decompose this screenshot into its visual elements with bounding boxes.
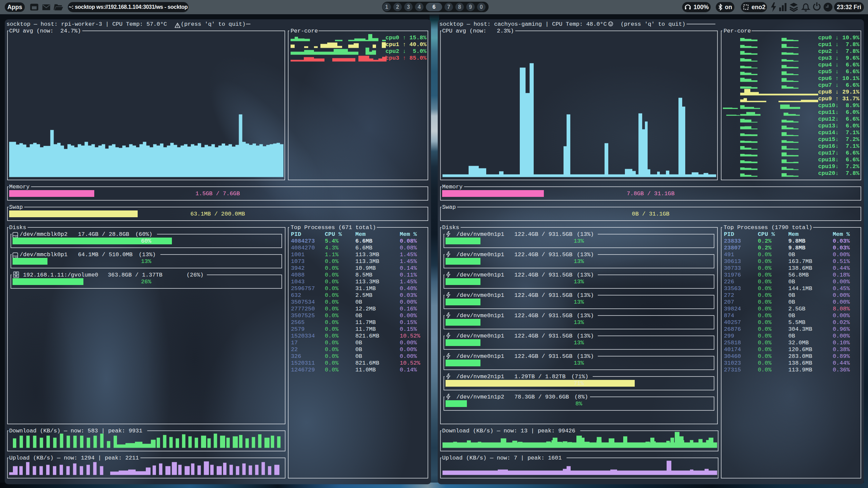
- svg-text:0.0%: 0.0%: [758, 326, 772, 332]
- svg-text:0.0%: 0.0%: [325, 312, 339, 319]
- svg-text:9.8MB: 9.8MB: [788, 245, 805, 251]
- svg-text:0.2%: 0.2%: [758, 238, 772, 244]
- svg-text:31.7%: 31.7%: [842, 96, 860, 102]
- svg-text:Download (KB/s) — now: 583 | p: Download (KB/s) — now: 583 | peak: 9931: [9, 428, 142, 434]
- svg-text:39824: 39824: [724, 306, 741, 312]
- svg-text:7.1%: 7.1%: [846, 129, 860, 136]
- svg-text:0.44%: 0.44%: [833, 360, 850, 366]
- svg-text:11.0MB: 11.0MB: [355, 367, 376, 373]
- svg-text:cpu1 ↓: cpu1 ↓: [818, 41, 839, 48]
- svg-text:7.2%: 7.2%: [846, 163, 860, 170]
- svg-text:1.1%: 1.1%: [325, 251, 339, 258]
- svg-text:0.0%: 0.0%: [325, 265, 339, 271]
- svg-text:9.6%: 9.6%: [846, 55, 860, 61]
- svg-text:0.03%: 0.03%: [400, 292, 417, 299]
- svg-text:6.6%: 6.6%: [846, 116, 860, 122]
- svg-text:0.00%: 0.00%: [400, 346, 417, 353]
- svg-text:0.0%: 0.0%: [758, 258, 772, 265]
- svg-text:78.3GB / 930.6GB: 78.3GB / 930.6GB: [514, 394, 569, 400]
- svg-text:31023: 31023: [724, 360, 741, 366]
- svg-text:122.4GB / 931.5GB: 122.4GB / 931.5GB: [514, 231, 572, 238]
- svg-text:31.1MB: 31.1MB: [355, 285, 376, 292]
- svg-text:17.4GB / 28.8GB: 17.4GB / 28.8GB: [78, 231, 129, 238]
- svg-text:6.6MB: 6.6MB: [355, 238, 372, 244]
- svg-text:7.8%: 7.8%: [846, 170, 860, 177]
- svg-text:113.9MB: 113.9MB: [788, 367, 812, 373]
- svg-text:Download (KB/s) — now: 13 | pe: Download (KB/s) — now: 13 | peak: 99426: [442, 428, 575, 434]
- svg-text:0.00%: 0.00%: [833, 292, 850, 299]
- svg-text:8%: 8%: [575, 401, 583, 407]
- svg-text:0B: 0B: [788, 333, 795, 339]
- svg-text:cpu2 ↓ 5.0%: cpu2 ↓ 5.0%: [386, 48, 427, 55]
- svg-text:5.4%: 5.4%: [325, 238, 339, 244]
- svg-text:33563: 33563: [724, 285, 741, 292]
- svg-text:6.6%: 6.6%: [846, 82, 860, 88]
- svg-text:PID: PID: [724, 231, 734, 238]
- svg-text:4084273: 4084273: [291, 238, 315, 244]
- svg-text:0.0%: 0.0%: [758, 299, 772, 305]
- svg-text:0.0%: 0.0%: [758, 340, 772, 346]
- svg-text:/dev/nvme0n1p1: /dev/nvme0n1p1: [456, 272, 504, 278]
- svg-text:40257: 40257: [724, 319, 741, 326]
- svg-text:(13%): (13%): [577, 251, 594, 258]
- svg-text:6.6%: 6.6%: [846, 62, 860, 68]
- svg-text:0.10%: 0.10%: [833, 340, 850, 346]
- svg-text:122.4GB / 931.5GB: 122.4GB / 931.5GB: [514, 251, 572, 258]
- svg-text:cpu13↓: cpu13↓: [818, 123, 839, 129]
- svg-text:1520311: 1520311: [291, 360, 315, 366]
- svg-text:1246729: 1246729: [291, 367, 315, 373]
- svg-text:0.0%: 0.0%: [758, 367, 772, 373]
- svg-text:5.5MB: 5.5MB: [788, 319, 805, 326]
- svg-text:60%: 60%: [141, 238, 152, 244]
- svg-text:0.0%: 0.0%: [758, 285, 772, 292]
- svg-text:0.0%: 0.0%: [325, 346, 339, 353]
- svg-text:23833: 23833: [724, 238, 741, 244]
- svg-text:13%: 13%: [574, 279, 584, 285]
- svg-text:113.3MB: 113.3MB: [355, 279, 379, 285]
- svg-text:0.0%: 0.0%: [325, 340, 339, 346]
- svg-text:0.0%: 0.0%: [758, 312, 772, 319]
- svg-text:cpu5 ↓: cpu5 ↓: [818, 68, 839, 75]
- svg-text:122.4GB / 931.5GB: 122.4GB / 931.5GB: [514, 353, 572, 360]
- svg-text:Disks: Disks: [9, 224, 26, 231]
- svg-text:23807: 23807: [724, 245, 741, 251]
- svg-text:Mem: Mem: [788, 231, 798, 238]
- svg-text:0.0%: 0.0%: [325, 299, 339, 305]
- svg-text:3507525: 3507525: [291, 312, 315, 319]
- svg-text:(13%): (13%): [577, 333, 594, 339]
- svg-text:0B: 0B: [355, 340, 362, 346]
- svg-text:cpu1 ↑ 40.0%: cpu1 ↑ 40.0%: [386, 41, 427, 48]
- svg-text:122.4GB / 931.5GB: 122.4GB / 931.5GB: [514, 312, 572, 319]
- svg-text:Upload (KB/s) — now: 7 | peak:: Upload (KB/s) — now: 7 | peak: 1601: [442, 455, 561, 461]
- svg-text:/dev/nvme0n1p1: /dev/nvme0n1p1: [456, 251, 504, 258]
- svg-text:4084270: 4084270: [291, 245, 315, 251]
- svg-text:Memory: Memory: [442, 184, 462, 190]
- svg-text:363.8GB / 1.37TB: 363.8GB / 1.37TB: [108, 272, 162, 278]
- svg-text:0.45%: 0.45%: [833, 285, 850, 292]
- svg-text:0.08%: 0.08%: [400, 245, 417, 251]
- svg-text:0.0%: 0.0%: [758, 319, 772, 326]
- svg-text:0.0%: 0.0%: [758, 306, 772, 312]
- svg-text:0.0%: 0.0%: [758, 333, 772, 339]
- svg-text:7.1%: 7.1%: [846, 143, 860, 149]
- svg-text:0.0%: 0.0%: [325, 367, 339, 373]
- svg-text:9.8MB: 9.8MB: [788, 238, 805, 244]
- svg-text:13%: 13%: [574, 258, 584, 265]
- svg-text:0.18%: 0.18%: [833, 272, 850, 278]
- svg-text:cpu2 ↓: cpu2 ↓: [818, 48, 839, 55]
- svg-text:1.45%: 1.45%: [400, 279, 417, 285]
- svg-text:PID: PID: [291, 231, 301, 238]
- svg-text:13%: 13%: [574, 299, 584, 305]
- svg-text:2.5MB: 2.5MB: [355, 292, 372, 299]
- svg-text:cpu4 ↓: cpu4 ↓: [818, 62, 839, 68]
- svg-text:283.0MB: 283.0MB: [788, 353, 812, 360]
- svg-text:Per-core: Per-core: [724, 28, 751, 34]
- svg-text:0.0%: 0.0%: [325, 285, 339, 292]
- svg-text:cpu14↓: cpu14↓: [818, 129, 839, 136]
- svg-text:10.52%: 10.52%: [400, 333, 420, 339]
- svg-text:cpu20↓: cpu20↓: [818, 170, 839, 177]
- svg-text:Mem %: Mem %: [400, 231, 417, 238]
- svg-text:0.0%: 0.0%: [758, 272, 772, 278]
- svg-text:31976: 31976: [724, 272, 741, 278]
- svg-text:30613: 30613: [724, 258, 741, 265]
